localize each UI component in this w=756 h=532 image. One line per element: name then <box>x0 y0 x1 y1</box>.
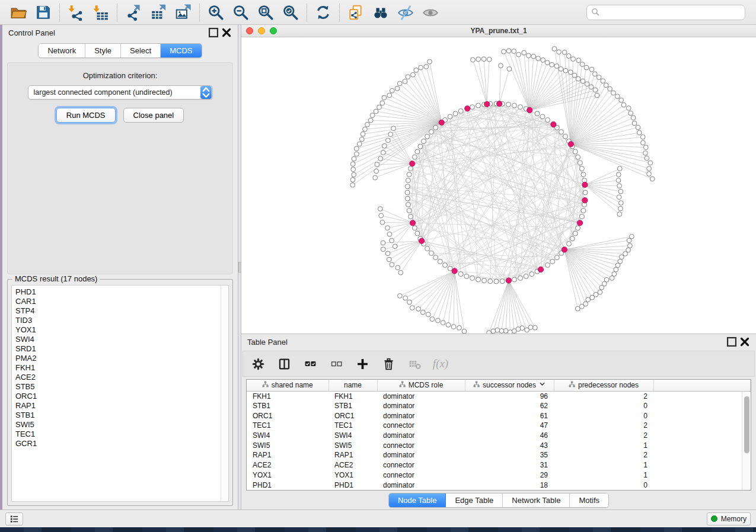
optimization-criterion-select[interactable]: largest connected component (undirected) <box>28 85 213 100</box>
table-row[interactable]: PHD1PHD1dominator180 <box>247 480 751 490</box>
zoom-out-icon[interactable] <box>228 2 253 23</box>
zoom-selected-icon[interactable] <box>278 2 303 23</box>
search-input[interactable] <box>603 8 741 17</box>
table-row[interactable]: TEC1TEC1connector472 <box>247 421 751 431</box>
table-row[interactable]: STB1STB1dominator620 <box>247 401 751 411</box>
mcds-result-item[interactable]: FKH1 <box>15 363 221 373</box>
column-header-predecessor-nodes[interactable]: predecessor nodes <box>554 380 653 391</box>
tab-edge-table[interactable]: Edge Table <box>446 493 503 507</box>
eye-icon[interactable] <box>418 2 443 23</box>
column-header-successor-nodes[interactable]: successor nodes <box>465 380 554 391</box>
minimize-window-icon[interactable] <box>258 27 265 34</box>
toolbar-icon-group <box>6 2 443 23</box>
close-table-panel-icon[interactable] <box>739 336 750 347</box>
select-all-icon[interactable] <box>302 356 318 371</box>
tab-select[interactable]: Select <box>121 44 161 57</box>
mcds-result-item[interactable]: SWI4 <box>15 335 221 344</box>
table-row[interactable]: ACE2ACE2connector311 <box>247 460 751 470</box>
mcds-result-item[interactable]: SWI5 <box>15 420 221 430</box>
table-row[interactable]: SWI5SWI5connector431 <box>247 440 751 450</box>
network-canvas[interactable] <box>241 37 756 334</box>
tab-network[interactable]: Network <box>39 44 85 57</box>
open-folder-icon[interactable] <box>6 2 31 23</box>
mcds-result-item[interactable]: TEC1 <box>15 430 221 439</box>
fx-icon: f(x) <box>433 356 448 371</box>
tab-network-table[interactable]: Network Table <box>503 493 570 507</box>
binoculars-icon[interactable] <box>368 2 393 23</box>
run-mcds-button[interactable]: Run MCDS <box>56 108 116 123</box>
tab-motifs[interactable]: Motifs <box>570 493 608 507</box>
mcds-result-item[interactable]: SRD1 <box>15 344 221 354</box>
table-row[interactable]: RAP1RAP1dominator352 <box>247 450 751 460</box>
copy-share-icon[interactable] <box>343 2 368 23</box>
mcds-result-item[interactable]: ORC1 <box>15 392 221 401</box>
float-panel-icon[interactable] <box>208 27 219 38</box>
export-network-icon[interactable] <box>121 2 146 23</box>
close-panel-button[interactable]: Close panel <box>123 108 184 123</box>
zoom-fit-icon[interactable] <box>253 2 278 23</box>
trash-icon[interactable] <box>381 356 396 371</box>
mcds-result-item[interactable]: STB1 <box>15 411 221 420</box>
zoom-in-icon[interactable] <box>203 2 228 23</box>
panel-splitter[interactable] <box>238 25 241 509</box>
mcds-result-item[interactable]: TID3 <box>15 316 221 325</box>
mcds-result-item[interactable]: CAR1 <box>15 297 221 306</box>
control-panel: Control Panel NetworkStyleSelectMCDS Opt… <box>2 25 238 509</box>
network-graph[interactable] <box>241 37 756 334</box>
right-column: YPA_prune.txt_1 Table Panel f(x) <box>241 25 756 509</box>
table-row[interactable]: ORC1ORC1dominator610 <box>247 411 751 421</box>
mcds-result-item[interactable]: PHD1 <box>15 287 221 297</box>
dropdown-spinner-icon <box>200 86 212 99</box>
search-box[interactable] <box>586 5 745 20</box>
plus-icon[interactable] <box>355 356 370 371</box>
unselect-all-icon[interactable] <box>328 356 344 371</box>
tree-icon <box>569 381 575 389</box>
close-window-icon[interactable] <box>246 27 253 34</box>
columns-icon[interactable] <box>276 356 292 371</box>
splitter-grabber[interactable] <box>238 262 241 273</box>
column-header-filler <box>653 380 751 391</box>
status-bar: Memory <box>0 509 756 527</box>
table-row[interactable]: SWI4SWI4dominator462 <box>247 431 751 441</box>
column-header-MCDS-role[interactable]: MCDS role <box>377 380 465 391</box>
maximize-window-icon[interactable] <box>270 27 277 34</box>
tree-icon <box>262 381 269 389</box>
column-header-name[interactable]: name <box>328 380 377 391</box>
mcds-result-item[interactable]: YOX1 <box>15 325 221 335</box>
save-session-icon[interactable] <box>31 2 56 23</box>
network-window-titlebar[interactable]: YPA_prune.txt_1 <box>241 25 756 37</box>
mcds-result-item[interactable]: ACE2 <box>15 373 221 382</box>
task-history-button[interactable] <box>5 512 23 525</box>
search-icon <box>591 8 600 17</box>
mcds-result-item[interactable]: STB5 <box>15 382 221 392</box>
mcds-result-item[interactable]: GCR1 <box>15 439 221 448</box>
table-scrollbar-thumb[interactable] <box>744 396 749 453</box>
table-scrollbar[interactable] <box>742 392 751 490</box>
toolbar-separator <box>307 4 307 21</box>
column-header-shared-name[interactable]: shared name <box>247 380 328 391</box>
mcds-result-item[interactable]: RAP1 <box>15 401 221 411</box>
network-nodes[interactable] <box>350 47 655 334</box>
export-table-icon[interactable] <box>146 2 171 23</box>
float-table-panel-icon[interactable] <box>726 336 737 347</box>
memory-button[interactable]: Memory <box>707 512 751 525</box>
toolbar-separator <box>339 4 340 21</box>
mcds-result-listbox[interactable]: PHD1CAR1STP4TID3YOX1SWI4SRD1PMA2FKH1ACE2… <box>11 285 229 502</box>
table-tabs-row: Node TableEdge TableNetwork TableMotifs <box>241 491 756 509</box>
export-image-icon[interactable] <box>171 2 196 23</box>
import-network-icon[interactable] <box>63 2 88 23</box>
tab-mcds[interactable]: MCDS <box>161 44 201 57</box>
eye-slash-icon[interactable] <box>393 2 418 23</box>
close-panel-icon[interactable] <box>221 27 232 38</box>
mcds-result-item[interactable]: PMA2 <box>15 354 221 363</box>
list-scrollbar[interactable] <box>221 286 228 501</box>
table-row[interactable]: YOX1YOX1connector291 <box>247 470 751 480</box>
gear-icon[interactable] <box>250 356 266 371</box>
main-toolbar <box>0 0 756 25</box>
tab-node-table[interactable]: Node Table <box>389 493 446 507</box>
tab-style[interactable]: Style <box>85 44 121 57</box>
import-table-icon[interactable] <box>88 2 113 23</box>
table-row[interactable]: FKH1FKH1dominator962 <box>247 391 751 401</box>
mcds-result-item[interactable]: STP4 <box>15 306 221 316</box>
refresh-icon[interactable] <box>311 2 336 23</box>
